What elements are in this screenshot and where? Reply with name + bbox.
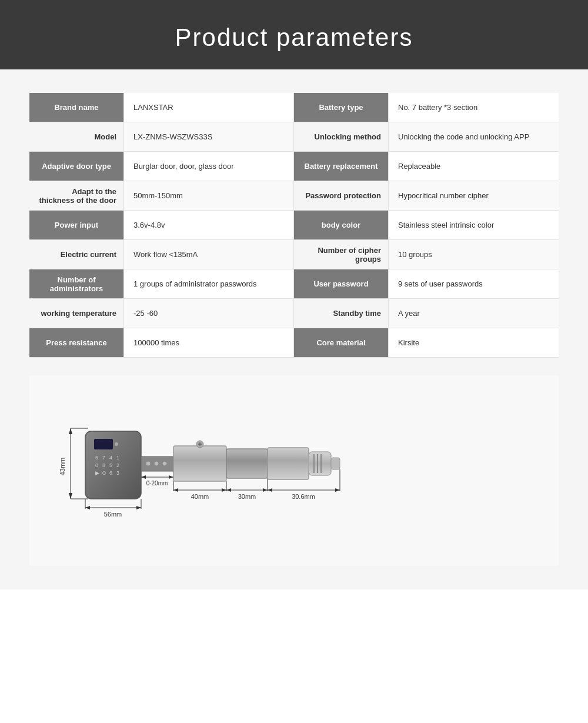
label-power-input: Power input	[29, 211, 123, 239]
svg-text:0: 0	[95, 462, 98, 468]
svg-rect-45	[226, 449, 268, 478]
svg-text:6: 6	[95, 455, 98, 461]
value-battery-replacement: Replaceable	[388, 152, 559, 181]
value-core-material: Kirsite	[388, 328, 559, 357]
svg-marker-30	[85, 506, 90, 509]
param-user-password: User password 9 sets of user passwords	[294, 269, 559, 299]
param-current: Electric current Work flow <135mA	[29, 240, 293, 269]
param-temperature: working temperature -25 -60	[29, 299, 293, 328]
svg-text:6: 6	[109, 470, 112, 476]
label-battery-type: Battery type	[294, 93, 388, 122]
svg-marker-31	[136, 506, 141, 509]
label-standby: Standby time	[294, 299, 388, 328]
svg-text:2: 2	[116, 462, 119, 468]
value-body-color: Stainless steel intrinsic color	[388, 211, 559, 239]
svg-point-8	[115, 442, 118, 446]
svg-text:7: 7	[102, 455, 105, 461]
value-power-input: 3.6v-4.8v	[123, 211, 293, 239]
svg-text:8: 8	[102, 462, 105, 468]
param-thickness: Adapt to the thickness of the door 50mm-…	[29, 181, 293, 211]
svg-text:30.6mm: 30.6mm	[292, 493, 315, 500]
param-door-type: Adaptive door type Burglar door, door, g…	[29, 152, 293, 181]
svg-text:56mm: 56mm	[104, 511, 122, 518]
label-body-color: body color	[294, 211, 388, 239]
svg-text:5: 5	[109, 462, 112, 468]
svg-marker-41	[222, 488, 226, 492]
label-battery-replacement: Battery replacement	[294, 152, 388, 181]
svg-marker-58	[268, 488, 272, 492]
param-cipher-groups: Number of cipher groups 10 groups	[294, 240, 559, 269]
svg-marker-27	[169, 475, 173, 479]
svg-text:3: 3	[116, 470, 119, 476]
label-current: Electric current	[29, 240, 123, 269]
label-press-resistance: Press resistance	[29, 328, 123, 357]
svg-text:4: 4	[109, 455, 112, 461]
param-battery-replacement: Battery replacement Replaceable	[294, 152, 559, 181]
svg-point-24	[162, 461, 167, 466]
value-temperature: -25 -60	[123, 299, 293, 328]
label-cipher-groups: Number of cipher groups	[294, 240, 388, 269]
svg-rect-52	[309, 452, 331, 475]
product-diagram: 43mm 6 7 4 1 0 8 5 2 ▶ ⊙ 6 3	[53, 393, 582, 546]
param-unlocking: Unlocking method Unlocking the code and …	[294, 122, 559, 152]
svg-text:1: 1	[116, 455, 119, 461]
value-battery-type: No. 7 battery *3 section	[388, 93, 559, 122]
page-header: Product parameters	[0, 0, 588, 69]
param-password-protection: Password protection Hypocritical number …	[294, 181, 559, 211]
param-standby: Standby time A year	[294, 299, 559, 328]
value-unlocking: Unlocking the code and unlocking APP	[388, 122, 559, 151]
svg-marker-59	[335, 488, 340, 492]
svg-text:30mm: 30mm	[238, 493, 256, 500]
svg-rect-51	[268, 448, 309, 479]
svg-text:40mm: 40mm	[191, 493, 209, 500]
params-grid: Brand name LANXSTAR Model LX-ZNMS-WSZWS3…	[29, 93, 559, 358]
svg-marker-26	[141, 475, 146, 479]
svg-marker-47	[226, 488, 231, 492]
svg-marker-1	[69, 428, 72, 434]
label-model: Model	[29, 122, 123, 151]
svg-text:▶: ▶	[95, 470, 99, 476]
param-brand-name: Brand name LANXSTAR	[29, 93, 293, 122]
value-press-resistance: 100000 times	[123, 328, 293, 357]
svg-marker-2	[69, 493, 72, 499]
param-admins: Number of administrators 1 groups of adm…	[29, 269, 293, 299]
value-admins: 1 groups of administrator passwords	[123, 269, 293, 298]
label-door-type: Adaptive door type	[29, 152, 123, 181]
svg-rect-6	[85, 431, 141, 499]
value-thickness: 50mm-150mm	[123, 181, 293, 210]
value-door-type: Burglar door, door, glass door	[123, 152, 293, 181]
param-body-color: body color Stainless steel intrinsic col…	[294, 211, 559, 240]
svg-rect-56	[331, 458, 340, 469]
svg-text:⊙: ⊙	[102, 470, 106, 476]
page-title: Product parameters	[12, 24, 576, 52]
param-core-material: Core material Kirsite	[294, 328, 559, 358]
svg-point-23	[154, 461, 159, 466]
param-power-input: Power input 3.6v-4.8v	[29, 211, 293, 240]
svg-rect-35	[173, 446, 226, 481]
label-brand-name: Brand name	[29, 93, 123, 122]
param-battery-type: Battery type No. 7 battery *3 section	[294, 93, 559, 122]
svg-marker-48	[263, 488, 268, 492]
svg-point-22	[146, 461, 151, 466]
label-user-password: User password	[294, 269, 388, 298]
param-model: Model LX-ZNMS-WSZWS33S	[29, 122, 293, 152]
label-admins: Number of administrators	[29, 269, 123, 298]
value-cipher-groups: 10 groups	[388, 240, 559, 269]
diagram-section: 43mm 6 7 4 1 0 8 5 2 ▶ ⊙ 6 3	[29, 375, 559, 566]
svg-rect-7	[94, 439, 113, 449]
svg-text:43mm: 43mm	[59, 458, 66, 476]
svg-marker-40	[173, 488, 178, 492]
label-unlocking: Unlocking method	[294, 122, 388, 151]
value-current: Work flow <135mA	[123, 240, 293, 269]
value-brand-name: LANXSTAR	[123, 93, 293, 122]
label-temperature: working temperature	[29, 299, 123, 328]
params-right: Battery type No. 7 battery *3 section Un…	[294, 93, 559, 358]
value-user-password: 9 sets of user passwords	[388, 269, 559, 298]
value-model: LX-ZNMS-WSZWS33S	[123, 122, 293, 151]
value-password-protection: Hypocritical number cipher	[388, 181, 559, 210]
value-standby: A year	[388, 299, 559, 328]
params-left: Brand name LANXSTAR Model LX-ZNMS-WSZWS3…	[29, 93, 294, 358]
label-password-protection: Password protection	[294, 181, 388, 210]
svg-text:0-20mm: 0-20mm	[146, 480, 168, 487]
label-thickness: Adapt to the thickness of the door	[29, 181, 123, 210]
